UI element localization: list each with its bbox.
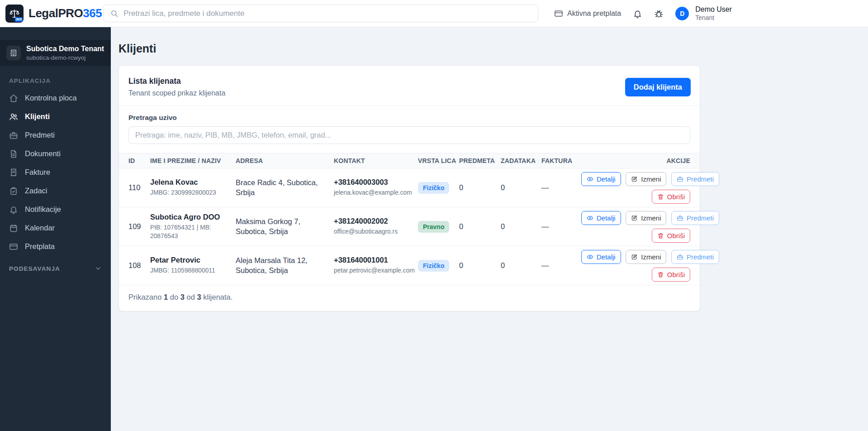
details-button[interactable]: Detalji <box>581 172 621 186</box>
client-id: 108 <box>119 246 150 285</box>
global-search-input[interactable] <box>103 5 538 22</box>
client-name: Petar Petrovic <box>150 256 231 264</box>
client-invoices: — <box>541 246 581 285</box>
calendar-icon <box>9 224 18 233</box>
credit-card-icon <box>554 9 563 18</box>
eye-icon <box>587 176 593 182</box>
home-icon <box>9 94 18 103</box>
client-type-badge: Fizičko <box>418 182 449 194</box>
add-client-button[interactable]: Dodaj klijenta <box>625 78 691 96</box>
client-email: jelena.kovac@example.com <box>334 189 413 197</box>
client-details: JMBG: 2309992800023 <box>150 189 231 197</box>
sidebar-item-clients[interactable]: Klijenti <box>0 107 111 126</box>
sidebar-item-invoices[interactable]: Fakture <box>0 163 111 182</box>
client-type-badge: Pravno <box>418 221 449 233</box>
column-header-type: VRSTA LICA <box>418 153 459 168</box>
column-header-tasks: ZADATAKA <box>501 153 541 168</box>
notifications-bell-icon[interactable] <box>633 9 642 19</box>
search-icon <box>110 9 119 18</box>
column-header-contact: KONTAKT <box>334 153 418 168</box>
client-name: Subotica Agro DOO <box>150 213 231 221</box>
pencil-icon <box>631 176 638 182</box>
clients-table: ID IME I PREZIME / NAZIV ADRESA KONTAKT … <box>119 153 700 285</box>
header-right: Aktivna pretplata D Demo User Tenant <box>554 0 732 27</box>
client-id: 110 <box>119 168 150 207</box>
tenant-name: Subotica Demo Tenant <box>26 45 104 53</box>
edit-button[interactable]: Izmeni <box>626 211 666 225</box>
briefcase-icon <box>677 254 683 260</box>
details-button[interactable]: Detalji <box>581 211 621 225</box>
sidebar-item-tasks[interactable]: Zadaci <box>0 182 111 200</box>
user-name: Demo User <box>695 5 732 14</box>
client-invoices: — <box>541 168 581 207</box>
client-tasks-count: 0 <box>501 246 541 285</box>
user-menu[interactable]: Demo User Tenant <box>695 5 732 22</box>
client-tasks-count: 0 <box>501 168 541 207</box>
client-email: petar.petrovic@example.com <box>334 267 413 275</box>
trash-icon <box>657 193 664 200</box>
edit-button[interactable]: Izmeni <box>626 172 666 186</box>
cases-button[interactable]: Predmeti <box>671 172 719 186</box>
client-name: Jelena Kovac <box>150 178 231 187</box>
eye-icon <box>587 254 593 260</box>
cases-button[interactable]: Predmeti <box>671 211 719 225</box>
client-cases-count: 0 <box>459 207 501 246</box>
sidebar-item-subscription[interactable]: Pretplata <box>0 237 111 256</box>
tenant-switcher[interactable]: Subotica Demo Tenant subotica-demo-rcwyo… <box>0 40 111 66</box>
credit-card-icon <box>9 242 18 251</box>
column-header-actions: AKCIJE <box>581 153 700 168</box>
client-phone: +381640001001 <box>334 256 413 264</box>
eye-icon <box>587 215 593 221</box>
results-summary: Prikazano 1 do 3 od 3 klijenata. <box>119 285 700 311</box>
column-header-id: ID <box>119 153 150 168</box>
user-avatar[interactable]: D <box>675 7 689 20</box>
trash-icon <box>657 271 664 278</box>
client-row: 109 Subotica Agro DOO PIB: 107654321 | M… <box>119 207 700 246</box>
column-header-name: IME I PREZIME / NAZIV <box>150 153 236 168</box>
scales-logo-icon: 365 <box>5 5 24 23</box>
tenant-building-icon <box>6 46 21 60</box>
user-role: Tenant <box>695 14 732 22</box>
subscription-status[interactable]: Aktivna pretplata <box>554 9 621 18</box>
invoice-icon <box>9 168 18 177</box>
briefcase-icon <box>677 215 683 221</box>
cases-button[interactable]: Predmeti <box>671 250 719 264</box>
column-header-address: ADRESA <box>236 153 334 168</box>
live-search-input[interactable] <box>128 126 690 144</box>
brand-logo[interactable]: 365 LegalPRO365 <box>0 5 103 23</box>
client-email: office@suboticaagro.rs <box>334 228 413 236</box>
sidebar-item-calendar[interactable]: Kalendar <box>0 219 111 237</box>
clients-list-card: Lista klijenata Tenant scoped prikaz kli… <box>119 65 700 311</box>
delete-button[interactable]: Obriši <box>652 268 690 282</box>
column-header-cases: PREDMETA <box>459 153 501 168</box>
delete-button[interactable]: Obriši <box>652 229 690 243</box>
subscription-label: Aktivna pretplata <box>567 10 621 18</box>
client-id: 109 <box>119 207 150 246</box>
delete-button[interactable]: Obriši <box>652 190 690 204</box>
briefcase-icon <box>9 131 18 140</box>
client-address: Maksima Gorkog 7, Subotica, Srbija <box>236 207 334 246</box>
sidebar-item-dashboard[interactable]: Kontrolna ploca <box>0 89 111 107</box>
app: 365 LegalPRO365 Aktivna pretplata D Demo… <box>0 0 868 431</box>
users-icon <box>9 112 18 121</box>
sidebar-item-documents[interactable]: Dokumenti <box>0 144 111 163</box>
sidebar-settings-toggle[interactable]: PODESAVANJA <box>0 259 111 278</box>
page-title: Klijenti <box>119 42 868 55</box>
debug-bug-icon[interactable] <box>654 9 664 19</box>
column-header-invoices: FAKTURA <box>541 153 581 168</box>
client-row: 110 Jelena Kovac JMBG: 2309992800023 Bra… <box>119 168 700 207</box>
client-address: Brace Radic 4, Subotica, Srbija <box>236 168 334 207</box>
details-button[interactable]: Detalji <box>581 250 621 264</box>
sidebar-section-label: APLIKACIJA <box>0 66 111 89</box>
client-tasks-count: 0 <box>501 207 541 246</box>
sidebar-item-notifications[interactable]: Notifikacije <box>0 200 111 219</box>
edit-button[interactable]: Izmeni <box>626 250 666 264</box>
document-icon <box>9 149 18 158</box>
client-address: Aleja Marsala Tita 12, Subotica, Srbija <box>236 246 334 285</box>
client-row: 108 Petar Petrovic JMBG: 1105988800011 A… <box>119 246 700 285</box>
briefcase-icon <box>677 176 683 182</box>
sidebar-item-cases[interactable]: Predmeti <box>0 126 111 144</box>
bell-icon <box>9 205 18 214</box>
top-header: 365 LegalPRO365 Aktivna pretplata D Demo… <box>0 0 868 27</box>
global-search <box>103 5 538 22</box>
